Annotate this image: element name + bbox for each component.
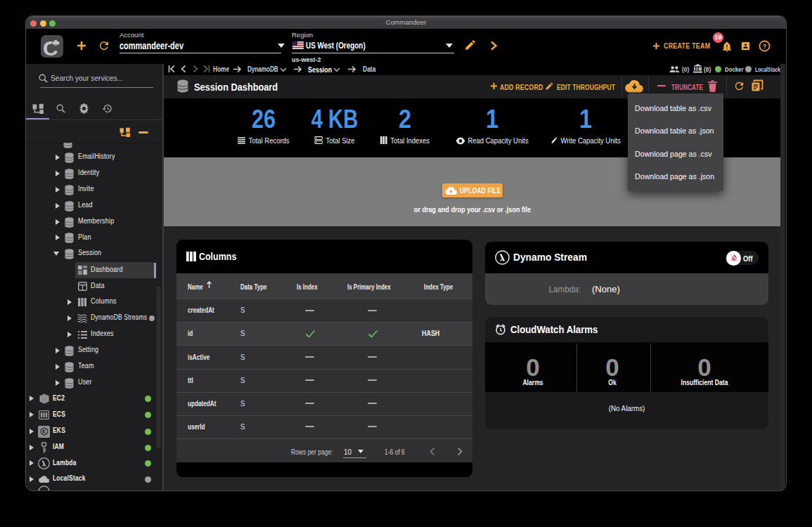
svg-text:?: ? — [763, 43, 767, 50]
svg-text:C: C — [43, 37, 58, 58]
